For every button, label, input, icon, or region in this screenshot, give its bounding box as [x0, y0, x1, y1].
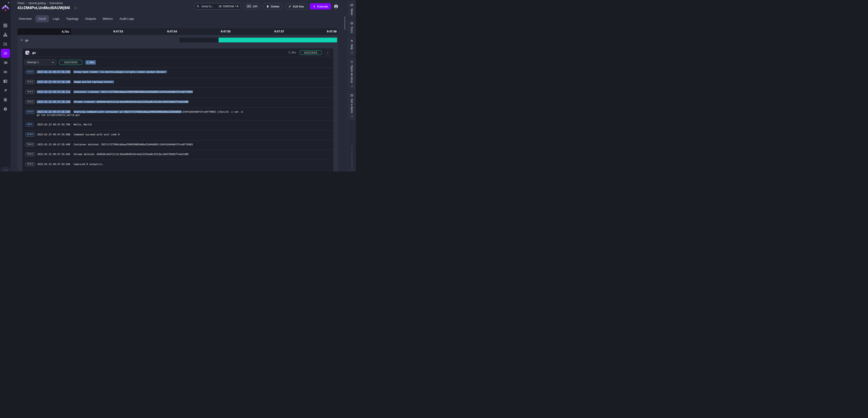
api-button[interactable]: APIAPI — [244, 3, 260, 9]
rail-button-help[interactable]: Help — [348, 37, 355, 56]
log-row[interactable]: INFO2025-02-25 09:47:59.784Hello, World! — [22, 120, 334, 130]
attempt-state-badge: SUCCESS — [59, 60, 83, 65]
sidebar-item-apps[interactable] — [1, 67, 10, 76]
task-duration: 3.99s — [288, 51, 296, 54]
tab-overview[interactable]: Overview — [16, 15, 34, 22]
log-row[interactable]: TRACE2025-02-25 09:47:58.206Image pulled… — [22, 78, 334, 88]
sidebar-item-settings[interactable]: ⚙ — [1, 104, 10, 113]
log-row[interactable]: DEBUG2025-02-25 09:47:59.898Command succ… — [22, 130, 334, 140]
button-label: Edit flow — [293, 5, 304, 8]
log-row[interactable]: TRACE2025-02-25 09:47:58.260Volume creat… — [22, 98, 334, 108]
log-level-badge: TRACE — [25, 90, 35, 94]
gantt-timeline: 6.73s 9:47:539:47:549:47:559:47:579:47:5… — [18, 28, 338, 35]
log-level-badge: TRACE — [25, 162, 35, 166]
sidebar-nav: ⚙ — [0, 21, 11, 114]
log-row[interactable]: DEBUG2025-02-25 09:47:58.384Starting com… — [22, 108, 334, 120]
task-name: go — [32, 51, 288, 55]
sidebar-item-dashboard[interactable] — [1, 21, 10, 30]
attempt-duration-chip: 2.99s — [85, 60, 96, 65]
sidebar-item-plugins[interactable] — [1, 86, 10, 95]
sidebar-item-security[interactable] — [1, 95, 10, 104]
tab-topology[interactable]: Topology — [63, 15, 82, 22]
log-level-badge: TRACE — [25, 80, 35, 84]
gantt-tick-label: 9:47:55 — [221, 28, 230, 35]
log-row[interactable]: DEBUG2025-02-25 09:47:56.956Using task r… — [22, 68, 334, 78]
sidebar-item-editor[interactable] — [1, 39, 10, 48]
log-row[interactable]: TRACE2025-02-25 09:47:59.943Volume delet… — [22, 150, 334, 160]
search-input[interactable]: Jump to... Ctrl/Cmd + K — [194, 3, 241, 9]
tab-outputs[interactable]: Outputs — [83, 15, 99, 22]
log-row[interactable]: TRACE2025-02-25 09:47:59.940Container de… — [22, 140, 334, 150]
log-message: Volume created: d56636c4d272c12c16ae9649… — [73, 100, 188, 103]
log-timestamp: 2025-02-25 09:47:58.260 — [37, 100, 71, 103]
task-detail-card: > go 3.99s SUCCESS ⋮ Attempt 1 SUCCESS 2… — [22, 48, 334, 171]
gantt-bar-success[interactable] — [219, 38, 337, 42]
gantt-task-row[interactable]: go — [18, 35, 338, 45]
chevron-down-icon[interactable] — [21, 38, 23, 42]
right-sidebar: NewsDocsHelpOpen an issueGet a demo 0.22… — [347, 0, 356, 171]
attempt-controls: Attempt 1 SUCCESS 2.99s — [22, 57, 334, 68]
tab-audit-logs[interactable]: Audit Logs — [117, 15, 137, 22]
search-icon — [196, 5, 199, 8]
task-menu-button[interactable]: ⋮ — [325, 50, 330, 56]
task-card-header: > go 3.99s SUCCESS ⋮ — [22, 48, 334, 57]
breadcrumb-item[interactable]: tutorial.golang — [29, 2, 45, 5]
log-message: Container created: f827cff27560cb8aaa704… — [73, 91, 193, 93]
rail-button-open-an-issue[interactable]: Open an issue — [348, 58, 355, 90]
sidebar-item-flows[interactable] — [1, 30, 10, 39]
external-link-icon — [350, 85, 353, 88]
rail-button-get-a-demo[interactable]: Get a demo — [348, 92, 355, 120]
scrollbar-thumb[interactable] — [344, 16, 345, 30]
page-title: 41rZM4PvLUnMezBAUWj94I — [18, 6, 70, 10]
calendar-icon — [350, 94, 353, 99]
rail-bottom-button[interactable] — [348, 170, 355, 171]
rail-button-docs[interactable]: Docs — [348, 20, 355, 35]
breadcrumb: Flows/tutorial.golang/Executions — [18, 2, 77, 5]
log-timestamp: 2025-02-25 09:47:58.251 — [37, 90, 71, 93]
tab-metrics[interactable]: Metrics — [100, 15, 116, 22]
tab-logs[interactable]: Logs — [50, 15, 62, 22]
rail-button-label: Docs — [350, 27, 353, 33]
attempt-select[interactable]: Attempt 1 — [25, 59, 56, 65]
user-avatar[interactable] — [334, 4, 338, 9]
log-row[interactable]: TRACE2025-02-25 09:47:59.944Captured 0 o… — [22, 160, 334, 170]
log-level-badge: DEBUG — [25, 133, 35, 136]
log-timestamp: 2025-02-25 09:47:59.784 — [37, 123, 71, 126]
sidebar-expand-icon[interactable]: > — [8, 1, 9, 4]
slack-icon — [350, 39, 353, 44]
breadcrumb-separator: / — [47, 2, 48, 5]
kestra-logo-icon[interactable] — [2, 5, 9, 12]
search-shortcut: Ctrl/Cmd + K — [223, 5, 239, 8]
sidebar-item-blueprints[interactable] — [1, 77, 10, 86]
version-label: 0.22.0-SNAPSHOT — [350, 145, 353, 169]
keyboard-icon — [219, 5, 221, 8]
delete-button[interactable]: Delete — [263, 3, 282, 9]
gantt-tick-label: 9:47:54 — [167, 28, 177, 35]
rail-button-news[interactable]: News — [348, 1, 355, 18]
gantt-bar-waiting[interactable] — [179, 38, 219, 42]
executions-icon — [3, 51, 7, 56]
log-row[interactable]: TRACE2025-02-25 09:47:58.251Container cr… — [22, 88, 334, 98]
breadcrumb-item[interactable]: Executions — [50, 2, 63, 5]
log-message: Container deleted: f827cff27560cb8aaa704… — [73, 143, 193, 146]
edit-flow-button[interactable]: Edit flow — [285, 3, 307, 9]
bolt-icon — [313, 5, 316, 8]
log-timestamp: 2025-02-25 09:47:58.384 — [37, 110, 71, 113]
log-level-badge: DEBUG — [25, 70, 35, 74]
apps-icon — [3, 70, 7, 74]
star-outline-icon[interactable]: ☆ — [74, 6, 77, 10]
tab-gantt[interactable]: Gantt — [35, 15, 49, 22]
execute-button[interactable]: Execute — [310, 3, 331, 9]
log-level-badge: TRACE — [25, 152, 35, 156]
log-timestamp: 2025-02-25 09:47:59.943 — [37, 152, 71, 156]
sidebar-user-button[interactable] — [1, 167, 10, 171]
gantt-panel: 6.73s 9:47:539:47:549:47:559:47:579:47:5… — [18, 28, 338, 171]
log-message: Image pulled [golang:latest] — [73, 80, 114, 83]
attempt-select-value: Attempt 1 — [27, 61, 39, 64]
rail-button-label: Get a demo — [350, 99, 353, 113]
button-label: Execute — [317, 5, 328, 8]
log-list: DEBUG2025-02-25 09:47:56.956Using task r… — [22, 68, 334, 170]
breadcrumb-item[interactable]: Flows — [18, 2, 25, 5]
sidebar-item-logs[interactable] — [1, 58, 10, 67]
sidebar-item-executions[interactable] — [1, 49, 10, 58]
